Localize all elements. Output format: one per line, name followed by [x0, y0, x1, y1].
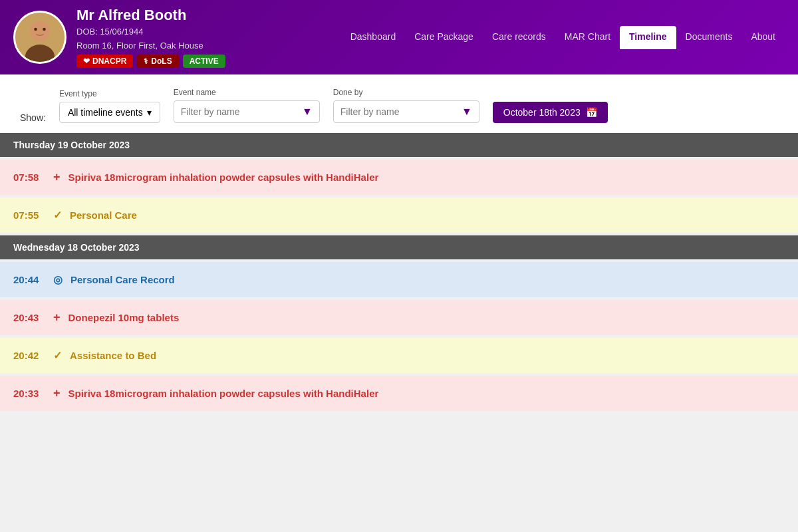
done-by-label: Done by [333, 88, 479, 97]
nav-care-package[interactable]: Care Package [405, 26, 483, 49]
svg-point-4 [43, 28, 46, 31]
patient-dob: DOB: 15/06/1944 [76, 27, 341, 37]
timeline-event-row[interactable]: 20:43 + Donepezil 10mg tablets [0, 300, 798, 335]
timeline-event-row[interactable]: 20:42 ✓ Assistance to Bed [0, 338, 798, 373]
event-name: Spiriva 18microgram inhalation powder ca… [68, 172, 785, 183]
event-name: Donepezil 10mg tablets [68, 312, 785, 323]
timeline-event-row[interactable]: 07:55 ✓ Personal Care [0, 198, 798, 233]
show-label: Show: [20, 112, 46, 123]
event-icon: + [53, 386, 61, 400]
event-name-filter-group: Event name ▼ [174, 88, 320, 123]
date-btn-label: October 18th 2023 [503, 107, 581, 118]
avatar [13, 11, 66, 64]
event-time: 20:42 [13, 350, 53, 361]
event-type-label: Event type [59, 89, 160, 98]
event-name: Assistance to Bed [70, 350, 785, 361]
event-name: Personal Care [70, 209, 785, 221]
event-icon: ✓ [53, 348, 62, 362]
svg-point-3 [34, 28, 37, 31]
badge-dnacpr: ❤ DNACPR [76, 55, 133, 68]
nav-documents[interactable]: Documents [676, 26, 742, 49]
date-header: Thursday 19 October 2023 [0, 133, 798, 157]
timeline-event-row[interactable]: 20:44 ◎ Personal Care Record [0, 262, 798, 297]
patient-info: Mr Alfred Booth DOB: 15/06/1944 Room 16,… [76, 7, 341, 68]
patient-name: Mr Alfred Booth [76, 7, 341, 24]
page-header: Mr Alfred Booth DOB: 15/06/1944 Room 16,… [0, 0, 798, 74]
badge-active: ACTIVE [183, 55, 225, 68]
event-name: Personal Care Record [70, 274, 785, 285]
event-name-label: Event name [174, 88, 320, 97]
timeline-event-row[interactable]: 07:58 + Spiriva 18microgram inhalation p… [0, 160, 798, 195]
main-nav: Dashboard Care Package Care records MAR … [341, 26, 785, 49]
calendar-icon: 📅 [586, 107, 597, 118]
filters-bar: Show: Event type All timeline events ▾ E… [0, 74, 798, 133]
event-icon: + [53, 311, 61, 325]
show-label-group: Show: [20, 112, 46, 123]
event-icon: ✓ [53, 208, 62, 222]
patient-badges: ❤ DNACPR ⚕ DoLS ACTIVE [76, 55, 341, 68]
done-by-filter: ▼ [333, 100, 479, 123]
timeline-event-row[interactable]: 20:33 + Spiriva 18microgram inhalation p… [0, 376, 798, 411]
patient-room: Room 16, Floor First, Oak House [76, 41, 341, 51]
badge-dols: ⚕ DoLS [137, 55, 178, 68]
nav-dashboard[interactable]: Dashboard [341, 26, 406, 49]
event-icon: + [53, 170, 61, 184]
event-name-filter: ▼ [174, 100, 320, 123]
event-name: Spiriva 18microgram inhalation powder ca… [68, 388, 785, 399]
timeline: Thursday 19 October 2023 07:58 + Spiriva… [0, 133, 798, 411]
event-time: 07:58 [13, 172, 53, 183]
date-header: Wednesday 18 October 2023 [0, 235, 798, 259]
nav-timeline[interactable]: Timeline [620, 26, 676, 49]
event-type-filter-group: Event type All timeline events ▾ [59, 89, 160, 123]
event-type-dropdown[interactable]: All timeline events ▾ [59, 102, 160, 123]
chevron-down-icon: ▾ [147, 107, 152, 118]
event-icon: ◎ [53, 273, 63, 287]
event-time: 20:43 [13, 312, 53, 323]
filter-icon-event: ▼ [302, 106, 313, 118]
event-time: 07:55 [13, 209, 53, 221]
date-picker-button[interactable]: October 18th 2023 📅 [493, 102, 608, 123]
svg-point-1 [30, 21, 50, 41]
done-by-input[interactable] [340, 106, 447, 117]
event-time: 20:33 [13, 388, 53, 399]
done-by-filter-group: Done by ▼ [333, 88, 479, 123]
filter-icon-done-by: ▼ [462, 106, 472, 118]
dropdown-value: All timeline events [68, 107, 143, 118]
nav-mar-chart[interactable]: MAR Chart [555, 26, 620, 49]
event-time: 20:44 [13, 274, 53, 285]
nav-care-records[interactable]: Care records [483, 26, 555, 49]
event-name-input[interactable] [181, 106, 287, 117]
nav-about[interactable]: About [741, 26, 785, 49]
